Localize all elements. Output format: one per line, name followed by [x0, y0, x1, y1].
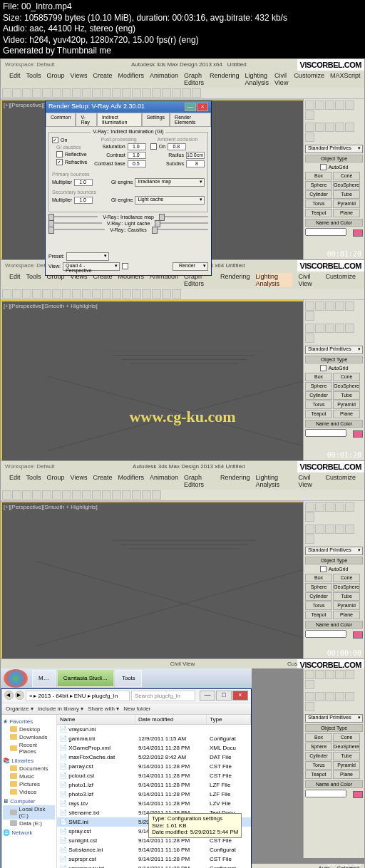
menu-item[interactable]: Animation	[150, 72, 178, 86]
spinner-ao[interactable]: 0.8	[168, 143, 186, 150]
maximize-button[interactable]: □	[216, 691, 232, 701]
menu-item[interactable]: Create	[93, 72, 112, 86]
create-tab-icon[interactable]	[305, 100, 314, 110]
menu-item[interactable]: Lighting Analysis	[245, 72, 269, 86]
checkbox-refractive[interactable]: ✓	[56, 159, 63, 165]
dialog-minimize[interactable]: —	[185, 103, 196, 111]
taskbar-item[interactable]: Camtasia Studi…	[57, 670, 114, 687]
timecode: 00:01:20	[327, 250, 361, 258]
workspace-label[interactable]: Workspace: Default	[5, 61, 55, 68]
organize-button[interactable]: Organize ▾	[6, 706, 34, 712]
file-row[interactable]: 📄 vraysun.ini	[57, 725, 251, 734]
menu-item[interactable]: Graph Editors	[184, 72, 204, 86]
nav-item[interactable]: Desktop	[3, 725, 55, 733]
tab-indirect[interactable]: Indirect Illumination	[97, 113, 142, 127]
file-row[interactable]: 📄 Substance.ini9/14/2011 11:16 PMConfigu…	[57, 845, 251, 854]
menu-item[interactable]: Edit	[9, 72, 21, 86]
include-button[interactable]: Include in library ▾	[38, 706, 83, 712]
rollout-slider[interactable]	[48, 216, 98, 217]
taskbar-item[interactable]: Tools	[115, 670, 142, 687]
render-button[interactable]: Render	[173, 262, 208, 271]
checkbox-reflective[interactable]	[56, 151, 63, 157]
create-cylinder-button[interactable]: Cylinder	[305, 190, 332, 199]
create-box-button[interactable]: Box	[305, 172, 332, 180]
menu-item[interactable]: Views	[71, 72, 88, 86]
create-torus-button[interactable]: Torus	[305, 200, 332, 208]
nav-network[interactable]: 🌐 Network	[3, 830, 55, 836]
file-row[interactable]: 📄 photo3.lzf9/14/2011 11:28 PMLZF File	[57, 790, 251, 799]
share-button[interactable]: Share with ▾	[88, 706, 119, 712]
spinner-pb-mult[interactable]: 1.0	[74, 179, 93, 186]
create-geosphere-button[interactable]: GeoSphere	[333, 181, 360, 190]
back-button[interactable]: ◄	[4, 691, 14, 700]
explorer-toolbar: Organize ▾ Include in library ▾ Share wi…	[1, 703, 251, 715]
dialog-close[interactable]: ×	[197, 103, 208, 111]
tab-common[interactable]: Common	[46, 113, 76, 127]
create-tube-button[interactable]: Tube	[333, 190, 360, 199]
dropdown-sb-engine[interactable]: Light cache	[135, 196, 205, 205]
menu-item[interactable]: Group	[47, 72, 65, 86]
checkbox-ao-on[interactable]	[150, 143, 157, 150]
col-name[interactable]: Name	[57, 715, 135, 724]
nav-computer[interactable]: 🖥 Computer	[3, 798, 55, 805]
dropdown-pb-engine[interactable]: Irradiance map	[135, 178, 205, 187]
create-cone-button[interactable]: Cone	[333, 172, 360, 180]
rollout-name-color[interactable]: Name and Color	[305, 219, 363, 227]
file-row[interactable]: 📄 gamma.ini12/9/2011 1:15 AMConfigurat	[57, 734, 251, 743]
tab-vray[interactable]: V-Ray	[76, 113, 96, 127]
file-row[interactable]: 📄 photo1.lzf9/14/2011 11:28 PMLZF File	[57, 780, 251, 790]
file-row[interactable]: 📄 maxFbxCache.dat5/22/2012 8:42 AMDAT Fi…	[57, 753, 251, 762]
dropdown-preset[interactable]	[66, 252, 109, 261]
create-plane-button[interactable]: Plane	[333, 209, 360, 217]
menu-item[interactable]: MAXScript	[330, 72, 361, 86]
menu-item[interactable]: Rendering	[210, 72, 240, 86]
rollout-object-type[interactable]: Object Type	[305, 155, 363, 162]
menu-item[interactable]: Civil View	[274, 72, 288, 86]
file-row[interactable]: 📄 suprspr.cst9/14/2011 11:28 PMCST File	[57, 854, 251, 864]
toolbar-button[interactable]	[2, 88, 11, 98]
command-panel: Standard Primitives Object Type AutoGrid…	[303, 99, 364, 264]
create-pyramid-button[interactable]: Pyramid	[333, 200, 360, 208]
tab-settings[interactable]: Settings	[142, 113, 170, 127]
file-row[interactable]: 📄 parray.cst9/14/2011 11:28 PMCST File	[57, 762, 251, 771]
dropdown-view[interactable]: Quad 4 - Perspective	[63, 262, 120, 271]
dialog-tabs: Common V-Ray Indirect Illumination Setti…	[46, 113, 211, 127]
menu-item[interactable]: Modifiers	[118, 72, 144, 86]
spinner-radius[interactable]: 10.0cm	[186, 152, 205, 159]
start-button[interactable]	[4, 669, 28, 688]
file-row[interactable]: 📄 unwrapuvw.ini9/14/2011 11:28 PMConfigu…	[57, 864, 251, 868]
checkbox-autogrid[interactable]	[320, 164, 327, 170]
spinner-saturation[interactable]: 1.0	[128, 143, 146, 150]
file-row[interactable]: 📄 XGameProp.xml9/14/2011 11:28 PMXML Doc…	[57, 743, 251, 753]
col-date[interactable]: Date modified	[135, 715, 207, 724]
tab-render-elements[interactable]: Render Elements	[170, 113, 211, 127]
search-input[interactable]: Search plugcfg_ln	[131, 691, 195, 701]
color-swatch[interactable]	[353, 229, 363, 237]
dropdown-category[interactable]: Standard Primitives	[305, 145, 363, 153]
minimize-button[interactable]: —	[200, 691, 215, 701]
nav-favorites[interactable]: ★ Favorites	[3, 718, 55, 725]
spinner-sb-mult[interactable]: 1.0	[74, 197, 93, 204]
col-type[interactable]: Type	[207, 715, 251, 724]
nav-pane: ★ Favorites Desktop Downloads Recent Pla…	[1, 715, 57, 868]
file-row[interactable]: 📄 pcloud.cst9/14/2011 11:28 PMCST File	[57, 771, 251, 780]
spinner-contrast[interactable]: 1.0	[128, 152, 146, 159]
spinner-contrast-base[interactable]: 0.5	[128, 160, 146, 167]
spinner-subdivs[interactable]: 8	[186, 160, 205, 167]
menu-item[interactable]: Tools	[26, 72, 41, 86]
breadcrumb[interactable]: «▸2013 - 64bit▸ENU▸plugcfg_ln	[26, 691, 130, 701]
checkbox-on[interactable]: ✓	[52, 137, 58, 143]
new-folder-button[interactable]: New folder	[123, 706, 150, 712]
forward-button[interactable]: ►	[15, 691, 24, 700]
nav-libraries[interactable]: 📚 Libraries	[3, 758, 55, 764]
menu-item[interactable]: Customize	[294, 72, 324, 86]
create-teapot-button[interactable]: Teapot	[305, 209, 332, 217]
name-field[interactable]	[305, 228, 346, 236]
taskbar-item[interactable]: M…	[32, 670, 56, 687]
cgku-watermark: www.cg-ku.com	[129, 408, 235, 426]
viscorbel-watermark: VISCORBEL.COM	[297, 59, 364, 71]
dialog-titlebar[interactable]: Render Setup: V-Ray Adv 2.30.01 —×	[46, 101, 211, 113]
create-sphere-button[interactable]: Sphere	[305, 181, 332, 190]
file-row[interactable]: 📄 rays.lzv9/14/2011 11:28 PMLZV File	[57, 799, 251, 808]
close-button[interactable]: ×	[232, 691, 248, 701]
